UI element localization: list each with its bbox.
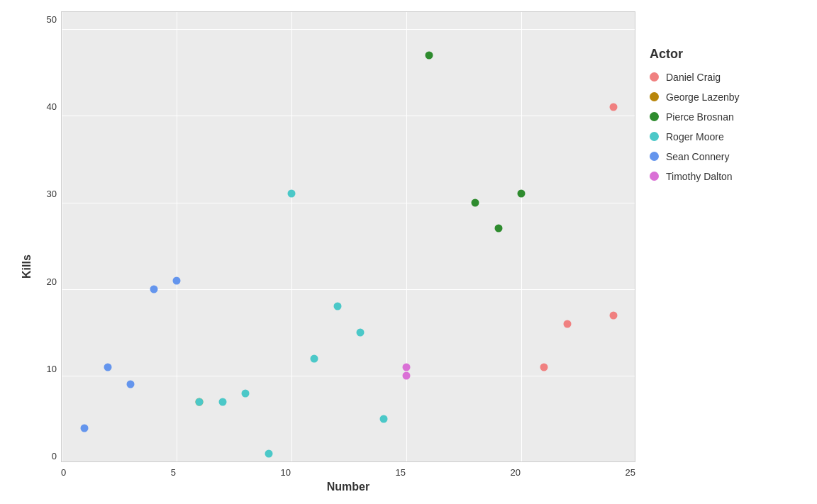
y-tick: 30 (47, 189, 57, 199)
legend: Actor Daniel CraigGeorge LazenbyPierce B… (635, 11, 799, 191)
x-tick: 25 (626, 467, 635, 478)
data-dot (403, 363, 411, 371)
data-dot (403, 372, 411, 380)
x-ticks: 0510152025 (61, 465, 635, 478)
legend-label: Daniel Craig (666, 72, 721, 83)
data-dot (379, 415, 387, 423)
data-dot (288, 190, 296, 198)
data-dot (518, 190, 526, 198)
data-dot (472, 198, 479, 206)
data-dot (609, 103, 617, 111)
grid-line-h (62, 376, 635, 376)
chart-container: Kills 50403020100 0510152025 Number Acto… (18, 11, 799, 493)
legend-item: Timothy Dalton (650, 171, 799, 182)
y-tick: 40 (47, 101, 57, 112)
data-dot (218, 398, 226, 405)
x-tick: 15 (396, 467, 406, 478)
legend-dot (650, 92, 659, 101)
legend-label: Timothy Dalton (666, 171, 733, 182)
y-axis-label: Kills (18, 11, 35, 493)
grid-line-h (62, 203, 635, 203)
chart-area: Kills 50403020100 0510152025 Number (18, 11, 635, 493)
legend-label: Pierce Brosnan (666, 111, 734, 123)
grid-line-h (62, 289, 635, 290)
legend-item: Pierce Brosnan (650, 111, 799, 123)
legend-dot (650, 112, 659, 121)
data-dot (426, 51, 433, 59)
legend-item: Sean Connery (650, 151, 799, 162)
y-tick: 10 (47, 364, 57, 374)
x-tick: 10 (281, 467, 291, 478)
data-dot (127, 381, 135, 388)
data-dot (242, 389, 250, 397)
plot-and-yaxis: 50403020100 (35, 11, 635, 462)
data-dot (104, 363, 111, 371)
legend-title: Actor (650, 47, 799, 62)
grid-line-v (406, 12, 407, 461)
grid-line-v (291, 12, 292, 461)
y-ticks: 50403020100 (35, 11, 61, 462)
data-dot (609, 311, 617, 319)
legend-dot (650, 172, 659, 181)
grid-line-h (62, 29, 635, 30)
grid-line-v (62, 12, 62, 461)
data-dot (311, 354, 318, 362)
legend-dot (650, 72, 659, 82)
grid-line-h (62, 463, 635, 464)
data-dot (494, 225, 502, 233)
legend-items: Daniel CraigGeorge LazenbyPierce Brosnan… (650, 72, 799, 182)
data-dot (150, 285, 157, 293)
data-dot (563, 320, 571, 327)
x-tick: 0 (61, 467, 66, 478)
legend-dot (650, 132, 659, 141)
data-dot (333, 303, 341, 310)
grid-line-v (521, 12, 522, 461)
x-tick: 5 (171, 467, 176, 478)
legend-item: Daniel Craig (650, 72, 799, 83)
data-dot (357, 329, 365, 337)
chart-inner: 50403020100 0510152025 Number (35, 11, 635, 493)
data-dot (173, 276, 181, 284)
legend-item: George Lazenby (650, 91, 799, 103)
grid-line-v (636, 12, 637, 461)
y-tick: 0 (52, 451, 57, 461)
data-dot (81, 424, 89, 432)
legend-item: Roger Moore (650, 131, 799, 142)
legend-label: George Lazenby (666, 91, 740, 103)
x-axis: 0510152025 (61, 465, 635, 478)
legend-label: Sean Connery (666, 151, 730, 162)
plot-wrapper (61, 11, 635, 462)
x-tick: 20 (511, 467, 521, 478)
data-dot (540, 363, 548, 371)
grid-line-h (62, 116, 635, 116)
data-dot (196, 398, 204, 405)
legend-dot (650, 152, 659, 161)
y-tick: 20 (47, 276, 57, 287)
y-tick: 50 (47, 14, 57, 25)
data-dot (265, 450, 272, 458)
grid-line-v (177, 12, 177, 461)
legend-label: Roger Moore (666, 131, 724, 142)
x-axis-label: Number (61, 481, 635, 493)
